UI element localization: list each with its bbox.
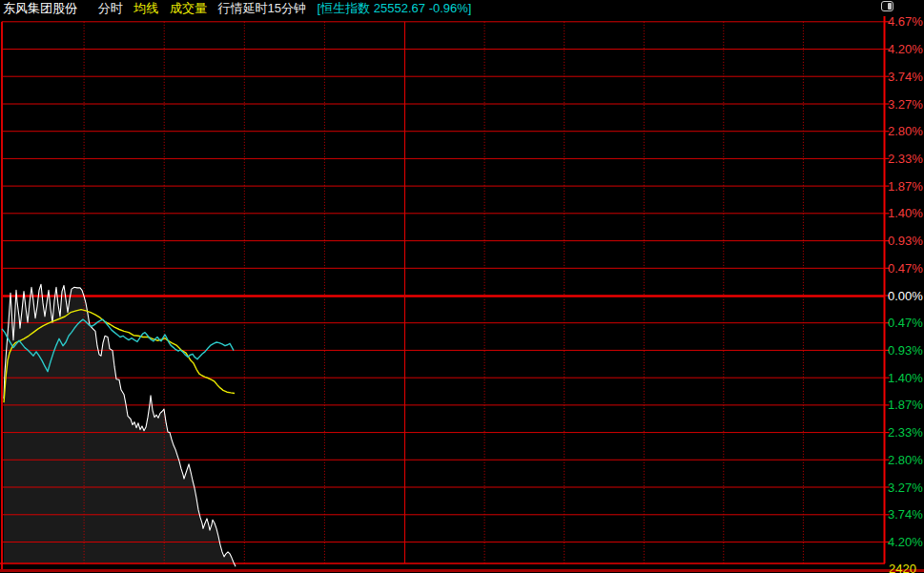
axis-label-14: 1.87%: [888, 398, 923, 412]
axis-label-8: 0.93%: [888, 234, 923, 248]
stock-name: 东风集团股份: [3, 0, 77, 16]
axis-label-9: 0.47%: [888, 261, 923, 276]
axis-label-5: 2.33%: [888, 152, 923, 166]
axis-label-11: 0.47%: [888, 316, 923, 330]
bottom-axis-label: 2420: [889, 563, 916, 573]
axis-label-4: 2.80%: [888, 124, 923, 138]
axis-label-16: 2.80%: [888, 453, 923, 467]
axis-label-2: 3.74%: [888, 70, 923, 84]
axis-label-1: 4.20%: [888, 42, 923, 56]
panel-toggle-bar: [888, 3, 892, 10]
timeshare-chart-window: 东风集团股份 分时 均线 成交量 行情延时15分钟 [恒生指数 25552.67…: [0, 0, 924, 573]
axis-label-18: 3.74%: [888, 507, 923, 522]
header-bar: 东风集团股份 分时 均线 成交量 行情延时15分钟 [恒生指数 25552.67…: [0, 0, 924, 16]
axis-label-15: 2.33%: [888, 425, 923, 440]
price-area-fill: [4, 284, 236, 566]
axis-label-0: 4.67%: [888, 14, 923, 29]
panel-toggle-icon[interactable]: [881, 1, 893, 11]
axis-label-17: 3.27%: [888, 481, 923, 495]
axis-label-12: 0.93%: [888, 343, 923, 358]
axis-label-10: 0.00%: [888, 289, 923, 303]
axis-label-3: 3.27%: [888, 97, 923, 112]
axis-label-7: 1.40%: [888, 206, 923, 220]
delay-notice: 行情延时15分钟: [218, 0, 306, 16]
axis-label-13: 1.40%: [888, 371, 923, 385]
axis-label-6: 1.87%: [888, 179, 923, 194]
tab-timeshare[interactable]: 分时: [98, 0, 123, 16]
tab-volume[interactable]: 成交量: [170, 0, 207, 16]
timeshare-chart[interactable]: [0, 0, 924, 573]
tab-ma-lines[interactable]: 均线: [133, 0, 158, 16]
index-quote: [恒生指数 25552.67 -0.96%]: [318, 0, 472, 16]
axis-label-19: 4.20%: [888, 535, 923, 549]
